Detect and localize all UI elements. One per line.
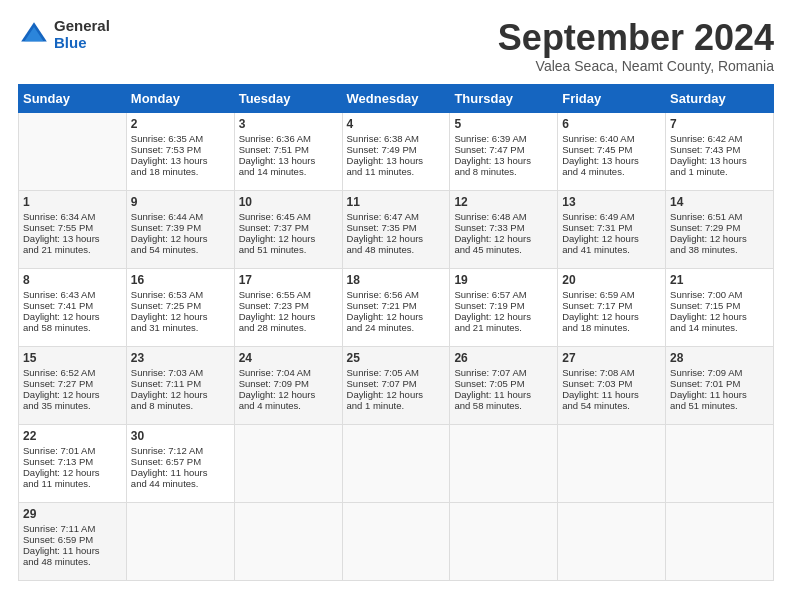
day-info: and 31 minutes. [131, 322, 230, 333]
day-info: and 41 minutes. [562, 244, 661, 255]
day-info: and 18 minutes. [131, 166, 230, 177]
day-info: Daylight: 13 hours [239, 155, 338, 166]
day-info: Daylight: 13 hours [454, 155, 553, 166]
th-saturday: Saturday [666, 84, 774, 112]
day-info: Sunrise: 7:07 AM [454, 367, 553, 378]
day-info: Daylight: 13 hours [131, 155, 230, 166]
day-info: Daylight: 12 hours [347, 311, 446, 322]
page: General Blue September 2024 Valea Seaca,… [0, 0, 792, 612]
logo: General Blue [18, 18, 110, 51]
day-info: Sunrise: 6:45 AM [239, 211, 338, 222]
day-number: 27 [562, 351, 661, 365]
calendar-row: 29Sunrise: 7:11 AMSunset: 6:59 PMDayligh… [19, 502, 774, 580]
logo-text: General Blue [54, 18, 110, 51]
day-info: Sunrise: 6:34 AM [23, 211, 122, 222]
table-row: 20Sunrise: 6:59 AMSunset: 7:17 PMDayligh… [558, 268, 666, 346]
day-info: Sunset: 7:37 PM [239, 222, 338, 233]
day-info: Daylight: 11 hours [23, 545, 122, 556]
day-info: Sunset: 7:35 PM [347, 222, 446, 233]
day-info: and 54 minutes. [131, 244, 230, 255]
day-number: 23 [131, 351, 230, 365]
day-info: Daylight: 12 hours [670, 233, 769, 244]
day-info: Sunset: 7:03 PM [562, 378, 661, 389]
day-info: and 51 minutes. [670, 400, 769, 411]
table-row: 24Sunrise: 7:04 AMSunset: 7:09 PMDayligh… [234, 346, 342, 424]
table-row: 26Sunrise: 7:07 AMSunset: 7:05 PMDayligh… [450, 346, 558, 424]
day-number: 5 [454, 117, 553, 131]
day-info: and 11 minutes. [347, 166, 446, 177]
day-info: and 51 minutes. [239, 244, 338, 255]
day-info: Daylight: 12 hours [454, 311, 553, 322]
day-info: Sunset: 7:25 PM [131, 300, 230, 311]
day-info: Sunrise: 7:04 AM [239, 367, 338, 378]
th-wednesday: Wednesday [342, 84, 450, 112]
day-info: and 48 minutes. [23, 556, 122, 567]
day-number: 30 [131, 429, 230, 443]
day-info: Sunset: 7:19 PM [454, 300, 553, 311]
day-info: Sunset: 7:31 PM [562, 222, 661, 233]
day-info: Sunset: 7:29 PM [670, 222, 769, 233]
day-info: Sunrise: 6:49 AM [562, 211, 661, 222]
table-row: 8Sunrise: 6:43 AMSunset: 7:41 PMDaylight… [19, 268, 127, 346]
table-row [450, 502, 558, 580]
table-row: 5Sunrise: 6:39 AMSunset: 7:47 PMDaylight… [450, 112, 558, 190]
day-info: and 24 minutes. [347, 322, 446, 333]
day-info: Sunset: 6:59 PM [23, 534, 122, 545]
day-info: Sunset: 7:39 PM [131, 222, 230, 233]
day-info: Sunset: 7:45 PM [562, 144, 661, 155]
day-info: Sunset: 7:11 PM [131, 378, 230, 389]
day-info: Sunrise: 6:48 AM [454, 211, 553, 222]
day-info: and 35 minutes. [23, 400, 122, 411]
day-number: 29 [23, 507, 122, 521]
day-info: Daylight: 11 hours [131, 467, 230, 478]
table-row: 28Sunrise: 7:09 AMSunset: 7:01 PMDayligh… [666, 346, 774, 424]
day-number: 22 [23, 429, 122, 443]
day-number: 16 [131, 273, 230, 287]
day-number: 18 [347, 273, 446, 287]
day-info: Sunrise: 7:01 AM [23, 445, 122, 456]
table-row: 3Sunrise: 6:36 AMSunset: 7:51 PMDaylight… [234, 112, 342, 190]
day-info: Daylight: 12 hours [347, 233, 446, 244]
day-info: Sunset: 7:41 PM [23, 300, 122, 311]
table-row: 27Sunrise: 7:08 AMSunset: 7:03 PMDayligh… [558, 346, 666, 424]
th-sunday: Sunday [19, 84, 127, 112]
day-info: Sunrise: 7:12 AM [131, 445, 230, 456]
day-info: Daylight: 11 hours [670, 389, 769, 400]
day-number: 28 [670, 351, 769, 365]
day-info: and 38 minutes. [670, 244, 769, 255]
table-row [234, 424, 342, 502]
table-row: 14Sunrise: 6:51 AMSunset: 7:29 PMDayligh… [666, 190, 774, 268]
day-number: 25 [347, 351, 446, 365]
day-number: 11 [347, 195, 446, 209]
th-monday: Monday [126, 84, 234, 112]
day-info: Sunrise: 7:09 AM [670, 367, 769, 378]
day-number: 13 [562, 195, 661, 209]
day-info: and 58 minutes. [23, 322, 122, 333]
day-info: Sunrise: 6:53 AM [131, 289, 230, 300]
day-number: 19 [454, 273, 553, 287]
day-info: Sunrise: 7:03 AM [131, 367, 230, 378]
day-info: Sunset: 7:55 PM [23, 222, 122, 233]
day-info: and 11 minutes. [23, 478, 122, 489]
day-info: and 1 minute. [347, 400, 446, 411]
table-row: 25Sunrise: 7:05 AMSunset: 7:07 PMDayligh… [342, 346, 450, 424]
calendar-body: 2Sunrise: 6:35 AMSunset: 7:53 PMDaylight… [19, 112, 774, 580]
day-info: Sunset: 7:13 PM [23, 456, 122, 467]
table-row: 17Sunrise: 6:55 AMSunset: 7:23 PMDayligh… [234, 268, 342, 346]
calendar-header: Sunday Monday Tuesday Wednesday Thursday… [19, 84, 774, 112]
table-row: 6Sunrise: 6:40 AMSunset: 7:45 PMDaylight… [558, 112, 666, 190]
table-row: 9Sunrise: 6:44 AMSunset: 7:39 PMDaylight… [126, 190, 234, 268]
day-info: and 1 minute. [670, 166, 769, 177]
day-info: Sunset: 7:07 PM [347, 378, 446, 389]
table-row: 10Sunrise: 6:45 AMSunset: 7:37 PMDayligh… [234, 190, 342, 268]
calendar-row: 2Sunrise: 6:35 AMSunset: 7:53 PMDaylight… [19, 112, 774, 190]
day-info: Sunrise: 6:44 AM [131, 211, 230, 222]
table-row: 7Sunrise: 6:42 AMSunset: 7:43 PMDaylight… [666, 112, 774, 190]
th-tuesday: Tuesday [234, 84, 342, 112]
header-row: Sunday Monday Tuesday Wednesday Thursday… [19, 84, 774, 112]
subtitle: Valea Seaca, Neamt County, Romania [498, 58, 774, 74]
day-info: Sunrise: 6:56 AM [347, 289, 446, 300]
day-info: Sunset: 7:01 PM [670, 378, 769, 389]
day-info: Daylight: 12 hours [562, 311, 661, 322]
day-number: 10 [239, 195, 338, 209]
